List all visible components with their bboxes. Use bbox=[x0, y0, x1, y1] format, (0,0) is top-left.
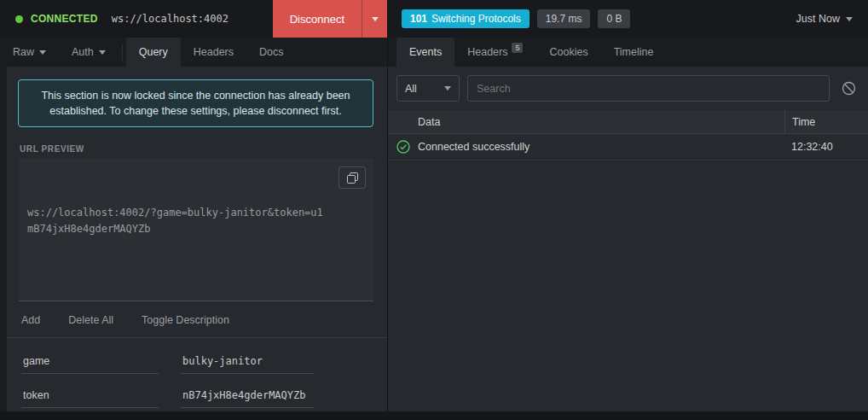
response-status-badge: 101Switching Protocols bbox=[402, 9, 529, 28]
tab-docs[interactable]: Docs bbox=[246, 38, 296, 67]
query-pane: This section is now locked since the con… bbox=[7, 67, 388, 411]
disconnect-menu-button[interactable] bbox=[362, 0, 387, 38]
delete-all-button[interactable]: Delete All bbox=[68, 314, 113, 326]
param-value-input[interactable]: nB74jxH8e4gderMAQYZb bbox=[181, 384, 314, 408]
tab-label: Raw bbox=[13, 46, 34, 58]
clear-events-button[interactable] bbox=[840, 79, 858, 97]
tab-response-headers[interactable]: Headers5 bbox=[454, 38, 536, 67]
tab-label: Timeline bbox=[614, 46, 654, 58]
response-time-badge: 19.7 ms bbox=[537, 9, 591, 28]
connection-bar: CONNECTED ws://localhost:4002 Disconnect bbox=[0, 0, 388, 38]
topbar: CONNECTED ws://localhost:4002 Disconnect… bbox=[0, 0, 868, 38]
left-edge-strip bbox=[0, 67, 7, 411]
disconnect-split-button: Disconnect bbox=[273, 0, 387, 38]
locked-notice: This section is now locked since the con… bbox=[18, 79, 373, 127]
success-check-icon bbox=[396, 140, 410, 154]
tab-label: Headers bbox=[194, 46, 234, 58]
bottom-bar bbox=[0, 411, 868, 420]
tab-events[interactable]: Events bbox=[396, 38, 454, 67]
param-actions: Add Delete All Toggle Description bbox=[21, 314, 387, 326]
request-tab-bar: Raw Auth Query Headers Docs bbox=[0, 38, 388, 67]
response-tab-bar: Events Headers5 Cookies Timeline bbox=[388, 38, 868, 67]
event-type-select[interactable]: All bbox=[396, 75, 460, 102]
event-row[interactable]: Connected successfully 12:32:40 bbox=[388, 134, 868, 160]
tab-cookies[interactable]: Cookies bbox=[536, 38, 600, 67]
url-preview-text[interactable]: ws://localhost:4002/?game=bulky-janitor&… bbox=[27, 205, 327, 236]
url-preview-label: URL PREVIEW bbox=[20, 144, 373, 154]
chevron-down-icon bbox=[846, 17, 853, 21]
status-code: 101 bbox=[410, 13, 427, 25]
tab-label: Headers bbox=[467, 46, 507, 58]
connection-url[interactable]: ws://localhost:4002 bbox=[112, 13, 229, 25]
events-filter-row: All bbox=[388, 67, 868, 110]
history-label: Just Now bbox=[796, 13, 840, 25]
status-text: Switching Protocols bbox=[431, 13, 521, 25]
column-time[interactable]: Time bbox=[784, 110, 868, 133]
param-key-input[interactable]: game bbox=[21, 350, 159, 374]
chevron-down-icon bbox=[444, 86, 451, 90]
events-table-header: Data Time bbox=[388, 110, 868, 134]
tab-headers[interactable]: Headers bbox=[181, 38, 246, 67]
tab-bars: Raw Auth Query Headers Docs Events Heade… bbox=[0, 38, 868, 67]
tab-timeline[interactable]: Timeline bbox=[601, 38, 667, 67]
tab-label: Query bbox=[139, 46, 168, 58]
tab-label: Docs bbox=[259, 46, 283, 58]
headers-count-badge: 5 bbox=[512, 43, 523, 53]
event-time: 12:32:40 bbox=[784, 141, 868, 153]
tab-raw[interactable]: Raw bbox=[0, 38, 59, 67]
param-key-input[interactable]: token bbox=[21, 384, 159, 408]
toggle-description-button[interactable]: Toggle Description bbox=[142, 314, 229, 326]
select-value: All bbox=[405, 83, 417, 95]
tab-label: Events bbox=[409, 46, 442, 58]
divider bbox=[122, 44, 123, 61]
response-size-badge: 0 B bbox=[598, 9, 630, 28]
add-button[interactable]: Add bbox=[21, 314, 40, 326]
url-preview-box: ws://localhost:4002/?game=bulky-janitor&… bbox=[19, 159, 373, 301]
response-meta-bar: 101Switching Protocols 19.7 ms 0 B Just … bbox=[388, 0, 868, 38]
copy-url-button[interactable] bbox=[339, 166, 366, 189]
column-data[interactable]: Data bbox=[388, 116, 784, 128]
main-content: This section is now locked since the con… bbox=[0, 67, 868, 411]
chevron-down-icon bbox=[39, 50, 46, 55]
chevron-down-icon bbox=[99, 50, 106, 55]
tab-query[interactable]: Query bbox=[126, 38, 181, 67]
copy-icon bbox=[347, 172, 358, 184]
event-search-input[interactable] bbox=[467, 75, 830, 102]
chevron-down-icon bbox=[372, 17, 379, 21]
tab-label: Auth bbox=[72, 46, 94, 58]
connected-dot-icon bbox=[15, 15, 23, 23]
param-row: game bulky-janitor bbox=[21, 350, 387, 374]
param-value-input[interactable]: bulky-janitor bbox=[181, 350, 314, 374]
event-data: Connected successfully bbox=[418, 141, 784, 153]
connection-status: CONNECTED bbox=[31, 13, 98, 25]
tab-label: Cookies bbox=[549, 46, 587, 58]
param-row: token nB74jxH8e4gderMAQYZb bbox=[21, 384, 387, 408]
param-list: game bulky-janitor token nB74jxH8e4gderM… bbox=[7, 338, 387, 408]
history-dropdown[interactable]: Just Now bbox=[795, 9, 854, 28]
ban-icon bbox=[842, 81, 856, 96]
events-pane: All Data Time Connected success bbox=[388, 67, 868, 411]
tab-auth[interactable]: Auth bbox=[59, 38, 119, 67]
disconnect-button[interactable]: Disconnect bbox=[273, 0, 362, 38]
